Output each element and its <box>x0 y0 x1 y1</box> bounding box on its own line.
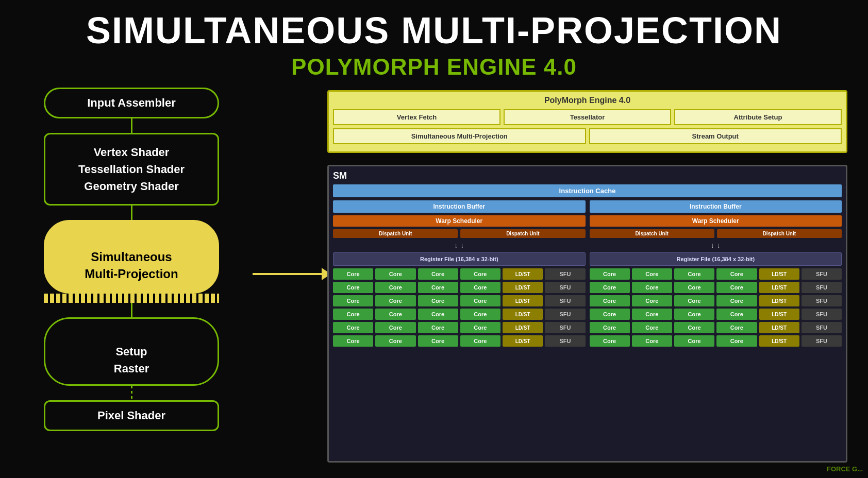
core-cell: Core <box>590 335 630 347</box>
stream-output: Stream Output <box>589 128 842 144</box>
core-cell: Core <box>590 309 630 320</box>
sub-title: POLYMORPH ENGINE 4.0 <box>0 54 868 80</box>
cores-grid-right: Core Core Core Core LD/ST SFU Core Core … <box>590 268 842 458</box>
dispatch-row-right: Dispatch Unit Dispatch Unit <box>590 229 842 238</box>
core-cell: Core <box>716 282 757 293</box>
dispatch-row-left: Dispatch Unit Dispatch Unit <box>333 229 586 238</box>
sfu-cell: SFU <box>802 295 842 306</box>
core-cell: Core <box>674 282 714 293</box>
core-cell: Core <box>333 322 373 333</box>
core-cell: Core <box>590 268 630 280</box>
setup-raster-box: Setup Raster <box>44 317 219 386</box>
core-cell: Core <box>418 295 458 306</box>
core-cell: Core <box>375 282 415 293</box>
core-cell: Core <box>674 335 714 347</box>
core-cell: Core <box>460 309 500 320</box>
core-cell: Core <box>375 309 415 320</box>
cores-row-2-left: Core Core Core Core LD/ST SFU <box>333 282 586 293</box>
ldst-cell: LD/ST <box>503 295 543 306</box>
cores-grid-left: Core Core Core Core LD/ST SFU Core Core … <box>333 268 586 458</box>
core-cell: Core <box>460 268 500 280</box>
tessellator: Tessellator <box>504 109 671 125</box>
connector-3 <box>131 303 132 317</box>
dispatch-arrows-left: ↓ ↓ <box>333 241 586 250</box>
cores-row-3-left: Core Core Core Core LD/ST SFU <box>333 295 586 306</box>
cores-row-4-right: Core Core Core Core LD/ST SFU <box>590 309 842 320</box>
warp-scheduler-right: Warp Scheduler <box>590 215 842 227</box>
connector-2 <box>131 206 132 220</box>
core-cell: Core <box>674 295 714 306</box>
core-cell: Core <box>333 309 373 320</box>
dispatch-unit-left-1: Dispatch Unit <box>333 229 458 238</box>
sfu-cell: SFU <box>802 282 842 293</box>
ldst-cell: LD/ST <box>503 322 543 333</box>
polymorph-row-1: Vertex Fetch Tessellator Attribute Setup <box>333 109 842 125</box>
cores-row-1-right: Core Core Core Core LD/ST SFU <box>590 268 842 280</box>
pipeline-diagram: Input Assembler Vertex Shader Tessellati… <box>21 88 242 431</box>
sfu-cell: SFU <box>802 322 842 333</box>
core-cell: Core <box>333 282 373 293</box>
dispatch-arrows-right: ↓ ↓ <box>590 241 842 250</box>
dispatch-unit-right-2: Dispatch Unit <box>717 229 842 238</box>
ldst-cell: LD/ST <box>503 309 543 320</box>
core-cell: Core <box>460 335 500 347</box>
cores-row-4-left: Core Core Core Core LD/ST SFU <box>333 309 586 320</box>
core-cell: Core <box>590 322 630 333</box>
sfu-cell: SFU <box>545 322 585 333</box>
core-cell: Core <box>460 322 500 333</box>
core-cell: Core <box>375 322 415 333</box>
cores-row-6-left: Core Core Core Core LD/ST SFU <box>333 335 586 347</box>
pipeline-arrow <box>253 273 325 275</box>
dispatch-unit-right-1: Dispatch Unit <box>590 229 714 238</box>
sfu-cell: SFU <box>802 335 842 347</box>
ldst-cell: LD/ST <box>759 268 799 280</box>
sfu-cell: SFU <box>802 309 842 320</box>
core-cell: Core <box>590 295 630 306</box>
core-cell: Core <box>632 322 672 333</box>
core-cell: Core <box>632 335 672 347</box>
simultaneous-mp-cell: Simultaneous Multi-Projection <box>333 128 586 144</box>
polymorph-row-2: Simultaneous Multi-Projection Stream Out… <box>333 128 842 144</box>
core-cell: Core <box>375 295 415 306</box>
cores-row-5-right: Core Core Core Core LD/ST SFU <box>590 322 842 333</box>
cores-row-3-right: Core Core Core Core LD/ST SFU <box>590 295 842 306</box>
sfu-cell: SFU <box>545 282 585 293</box>
pixel-shader-box: Pixel Shader <box>44 400 219 431</box>
core-cell: Core <box>716 268 757 280</box>
sm-half-right: Instruction Buffer Warp Scheduler Dispat… <box>590 200 842 458</box>
core-cell: Core <box>632 282 672 293</box>
ldst-cell: LD/ST <box>759 309 799 320</box>
nvidia-watermark: FORCE G... <box>827 465 863 473</box>
connector-4 <box>131 386 132 400</box>
core-cell: Core <box>460 282 500 293</box>
ldst-cell: LD/ST <box>759 295 799 306</box>
cores-row-2-right: Core Core Core Core LD/ST SFU <box>590 282 842 293</box>
dispatch-unit-left-2: Dispatch Unit <box>460 229 585 238</box>
simultaneous-mp-box: Simultaneous Multi-Projection <box>44 220 219 294</box>
ldst-cell: LD/ST <box>503 268 543 280</box>
cores-row-6-right: Core Core Core Core LD/ST SFU <box>590 335 842 347</box>
sm-label: SM <box>333 170 842 181</box>
core-cell: Core <box>716 335 757 347</box>
core-cell: Core <box>333 335 373 347</box>
instruction-cache: Instruction Cache <box>333 184 842 197</box>
core-cell: Core <box>590 282 630 293</box>
instr-buffer-left: Instruction Buffer <box>333 200 586 213</box>
sfu-cell: SFU <box>545 309 585 320</box>
main-title: SIMULTANEOUS MULTI-PROJECTION <box>0 9 868 52</box>
core-cell: Core <box>716 295 757 306</box>
core-cell: Core <box>632 268 672 280</box>
sfu-cell: SFU <box>802 268 842 280</box>
instr-buffer-right: Instruction Buffer <box>590 200 842 213</box>
polymorph-title: PolyMorph Engine 4.0 <box>333 96 842 105</box>
connector-1 <box>131 118 132 133</box>
core-cell: Core <box>418 282 458 293</box>
core-cell: Core <box>333 268 373 280</box>
sm-diagram: SM Instruction Cache Instruction Buffer … <box>327 165 847 463</box>
sm-halves: Instruction Buffer Warp Scheduler Dispat… <box>333 200 842 458</box>
ldst-cell: LD/ST <box>759 335 799 347</box>
core-cell: Core <box>716 322 757 333</box>
core-cell: Core <box>674 268 714 280</box>
sfu-cell: SFU <box>545 335 585 347</box>
core-cell: Core <box>716 309 757 320</box>
